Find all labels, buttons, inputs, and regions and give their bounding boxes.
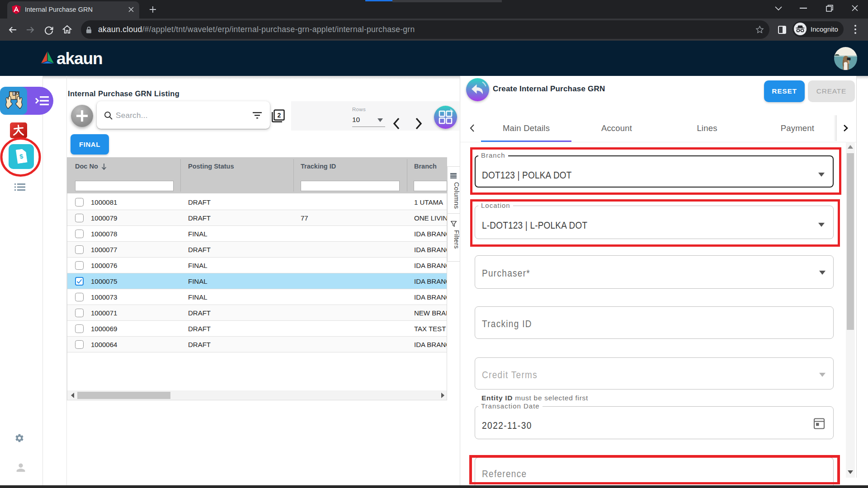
- svg-text:2: 2: [278, 112, 281, 119]
